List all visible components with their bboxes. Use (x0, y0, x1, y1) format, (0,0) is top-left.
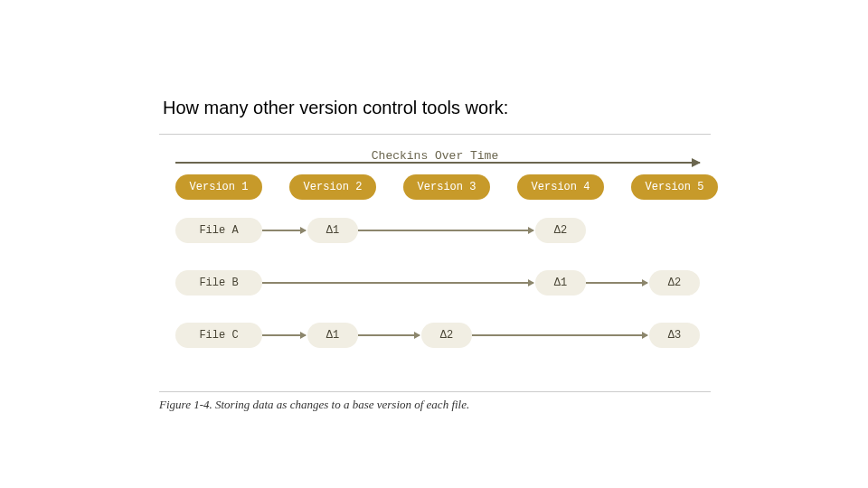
version-pill-3: Version 3 (403, 174, 490, 200)
version-pill-4: Version 4 (517, 174, 604, 200)
arrow-icon (358, 230, 533, 231)
diagram-grid: Version 1 Version 2 Version 3 Version 4 … (159, 174, 711, 375)
arrow-icon (262, 334, 306, 336)
file-c-pill: File C (175, 323, 262, 348)
file-c-row: File C Δ1 Δ2 Δ3 (159, 323, 711, 375)
diagram-figure: Checkins Over Time Version 1 Version 2 V… (159, 134, 711, 135)
timeline-arrow-icon (175, 162, 700, 164)
version-pill-1: Version 1 (175, 174, 262, 200)
slide-title: How many other version control tools wor… (163, 98, 508, 118)
figure-caption: Figure 1-4. Storing data as changes to a… (159, 398, 711, 412)
file-b-row: File B Δ1 Δ2 (159, 270, 711, 323)
file-a-row: File A Δ1 Δ2 (159, 218, 711, 270)
arrow-icon (262, 230, 306, 231)
file-a-pill: File A (175, 218, 262, 243)
arrow-icon (472, 334, 647, 336)
file-c-delta-3: Δ3 (649, 323, 700, 348)
file-b-delta-1: Δ1 (535, 270, 586, 296)
file-a-delta-2: Δ2 (535, 218, 586, 243)
figure-caption-wrap: Figure 1-4. Storing data as changes to a… (159, 391, 711, 412)
file-c-delta-2: Δ2 (421, 323, 472, 348)
arrow-icon (586, 282, 647, 284)
file-c-delta-1: Δ1 (307, 323, 358, 348)
arrow-icon (358, 334, 420, 336)
version-pill-2: Version 2 (289, 174, 376, 200)
version-pill-5: Version 5 (631, 174, 718, 200)
timeline-label: Checkins Over Time (159, 149, 711, 163)
arrow-icon (262, 282, 533, 284)
version-row: Version 1 Version 2 Version 3 Version 4 … (159, 174, 711, 218)
file-b-delta-2: Δ2 (649, 270, 700, 296)
file-a-delta-1: Δ1 (307, 218, 358, 243)
file-b-pill: File B (175, 270, 262, 296)
